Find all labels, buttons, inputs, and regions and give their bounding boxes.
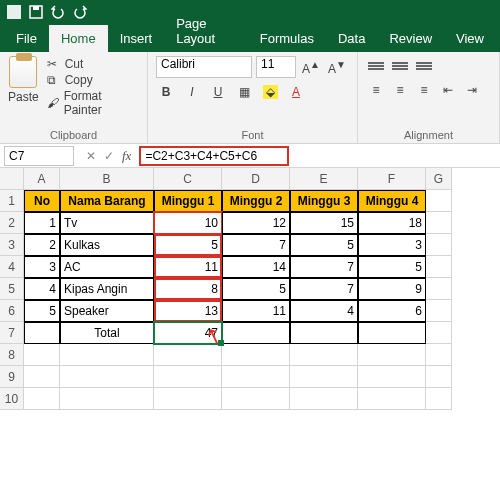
paste-button[interactable]: Paste — [8, 56, 39, 118]
cell[interactable]: 11 — [222, 300, 290, 322]
align-bottom-button[interactable] — [414, 56, 434, 76]
cell[interactable] — [24, 344, 60, 366]
cell[interactable] — [426, 366, 452, 388]
header-cell[interactable]: Nama Barang — [60, 190, 154, 212]
cell[interactable] — [358, 344, 426, 366]
tab-formulas[interactable]: Formulas — [248, 25, 326, 52]
row-header[interactable]: 2 — [0, 212, 24, 234]
cell[interactable]: 4 — [290, 300, 358, 322]
row-header[interactable]: 6 — [0, 300, 24, 322]
cell[interactable] — [154, 366, 222, 388]
row-header[interactable]: 10 — [0, 388, 24, 410]
tab-data[interactable]: Data — [326, 25, 377, 52]
font-size-select[interactable]: 11 — [256, 56, 296, 78]
copy-button[interactable]: ⧉Copy — [45, 72, 139, 88]
spreadsheet-grid[interactable]: A B C D E F G 1 No Nama Barang Minggu 1 … — [0, 168, 500, 410]
cell[interactable] — [426, 212, 452, 234]
cell[interactable] — [426, 344, 452, 366]
row-header[interactable]: 3 — [0, 234, 24, 256]
italic-button[interactable]: I — [182, 82, 202, 102]
cell[interactable]: 5 — [24, 300, 60, 322]
name-box[interactable]: C7 — [4, 146, 74, 166]
cell[interactable] — [426, 190, 452, 212]
enter-icon[interactable]: ✓ — [104, 149, 114, 163]
align-center-button[interactable]: ≡ — [390, 80, 410, 100]
cell[interactable]: 5 — [154, 234, 222, 256]
col-header[interactable]: A — [24, 168, 60, 190]
cell[interactable] — [222, 388, 290, 410]
cell[interactable]: AC — [60, 256, 154, 278]
cell[interactable]: 6 — [358, 300, 426, 322]
cell[interactable] — [60, 366, 154, 388]
cell[interactable] — [290, 322, 358, 344]
cell[interactable] — [426, 256, 452, 278]
cell[interactable] — [426, 278, 452, 300]
cell[interactable]: 14 — [222, 256, 290, 278]
cell[interactable] — [426, 234, 452, 256]
cell[interactable]: Kulkas — [60, 234, 154, 256]
format-painter-button[interactable]: 🖌Format Painter — [45, 88, 139, 118]
cell[interactable]: 7 — [290, 256, 358, 278]
decrease-font-icon[interactable]: A▼ — [326, 59, 348, 76]
cell[interactable]: 5 — [290, 234, 358, 256]
align-right-button[interactable]: ≡ — [414, 80, 434, 100]
row-header[interactable]: 9 — [0, 366, 24, 388]
row-header[interactable]: 8 — [0, 344, 24, 366]
fill-color-button[interactable]: ⬙ — [260, 82, 280, 102]
cancel-icon[interactable]: ✕ — [86, 149, 96, 163]
cell[interactable] — [24, 322, 60, 344]
select-all-corner[interactable] — [0, 168, 24, 190]
col-header[interactable]: C — [154, 168, 222, 190]
col-header[interactable]: B — [60, 168, 154, 190]
tab-view[interactable]: View — [444, 25, 496, 52]
cell[interactable]: 9 — [358, 278, 426, 300]
cut-button[interactable]: ✂Cut — [45, 56, 139, 72]
undo-icon[interactable] — [50, 4, 66, 20]
cell[interactable] — [60, 388, 154, 410]
cell[interactable]: 10 — [154, 212, 222, 234]
cell[interactable]: 3 — [24, 256, 60, 278]
tab-home[interactable]: Home — [49, 25, 108, 52]
increase-font-icon[interactable]: A▲ — [300, 59, 322, 76]
cell[interactable] — [60, 344, 154, 366]
cell[interactable]: 11 — [154, 256, 222, 278]
save-icon[interactable] — [28, 4, 44, 20]
cell[interactable] — [358, 322, 426, 344]
font-color-button[interactable]: A — [286, 82, 306, 102]
decrease-indent-button[interactable]: ⇤ — [438, 80, 458, 100]
align-middle-button[interactable] — [390, 56, 410, 76]
header-cell[interactable]: Minggu 3 — [290, 190, 358, 212]
redo-icon[interactable] — [72, 4, 88, 20]
row-header[interactable]: 7 — [0, 322, 24, 344]
cell[interactable]: 2 — [24, 234, 60, 256]
cell[interactable]: Speaker — [60, 300, 154, 322]
cell[interactable] — [24, 366, 60, 388]
cell[interactable] — [426, 322, 452, 344]
bold-button[interactable]: B — [156, 82, 176, 102]
tab-review[interactable]: Review — [377, 25, 444, 52]
cell[interactable]: 4 — [24, 278, 60, 300]
cell[interactable]: 5 — [358, 256, 426, 278]
col-header[interactable]: G — [426, 168, 452, 190]
col-header[interactable]: E — [290, 168, 358, 190]
cell[interactable]: 7 — [290, 278, 358, 300]
cell[interactable]: 1 — [24, 212, 60, 234]
cell[interactable]: 8 — [154, 278, 222, 300]
header-cell[interactable]: Minggu 1 — [154, 190, 222, 212]
cell[interactable]: 18 — [358, 212, 426, 234]
header-cell[interactable]: Minggu 4 — [358, 190, 426, 212]
tab-file[interactable]: File — [4, 25, 49, 52]
font-name-select[interactable]: Calibri — [156, 56, 252, 78]
cell[interactable]: 13 — [154, 300, 222, 322]
align-top-button[interactable] — [366, 56, 386, 76]
formula-input[interactable]: =C2+C3+C4+C5+C6 — [139, 146, 289, 166]
cell[interactable]: Kipas Angin — [60, 278, 154, 300]
increase-indent-button[interactable]: ⇥ — [462, 80, 482, 100]
col-header[interactable]: D — [222, 168, 290, 190]
cell[interactable]: 5 — [222, 278, 290, 300]
underline-button[interactable]: U — [208, 82, 228, 102]
align-left-button[interactable]: ≡ — [366, 80, 386, 100]
tab-page-layout[interactable]: Page Layout — [164, 10, 248, 52]
row-header[interactable]: 1 — [0, 190, 24, 212]
tab-insert[interactable]: Insert — [108, 25, 165, 52]
